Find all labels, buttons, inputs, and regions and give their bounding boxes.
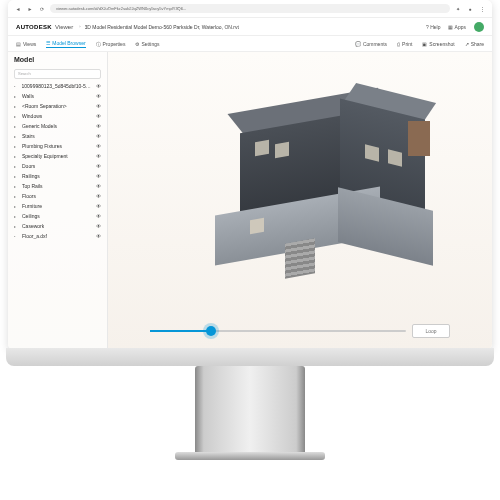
model-browser-panel: Model Search •10099980123_5d845dbf10-560… — [8, 52, 108, 350]
tab-model-browser[interactable]: ☰Model Browser — [46, 40, 85, 48]
visibility-icon[interactable]: 👁 — [96, 143, 101, 149]
monitor-bezel — [6, 348, 494, 366]
stairs — [285, 238, 315, 278]
visibility-icon[interactable]: 👁 — [96, 223, 101, 229]
app-window: ◄ ► ⟳ viewer.autodesk.com/id/dXJuOmFkc2s… — [8, 0, 492, 350]
tree-item-label: 10099980123_5d845dbf10-560-w... — [22, 83, 93, 89]
slider-thumb[interactable] — [206, 326, 216, 336]
chimney — [408, 121, 430, 156]
visibility-icon[interactable]: 👁 — [96, 113, 101, 119]
help-icon: ? — [426, 24, 429, 30]
search-input[interactable]: Search — [14, 69, 101, 79]
slider-track[interactable] — [150, 330, 406, 332]
tree-item-label: Ceilings — [22, 213, 40, 219]
monitor-stand — [195, 366, 305, 456]
visibility-icon[interactable]: 👁 — [96, 233, 101, 239]
loop-button[interactable]: Loop — [412, 324, 450, 338]
tree-item[interactable]: ▸Furniture👁 — [8, 201, 107, 211]
panel-title: Model — [8, 52, 107, 67]
tree-item[interactable]: ▸Railings👁 — [8, 171, 107, 181]
tree-item-label: Plumbing Fixtures — [22, 143, 62, 149]
chevron-right-icon: ▸ — [14, 124, 19, 129]
tree-item-label: Windows — [22, 113, 42, 119]
visibility-icon[interactable]: 👁 — [96, 93, 101, 99]
tree-item-label: Casework — [22, 223, 44, 229]
tree-item[interactable]: ▸Top Rails👁 — [8, 181, 107, 191]
tree-item-label: Furniture — [22, 203, 42, 209]
browser-chrome: ◄ ► ⟳ viewer.autodesk.com/id/dXJuOmFkc2s… — [8, 0, 492, 18]
tree-item[interactable]: •Floor_a.dxf👁 — [8, 231, 107, 241]
tree-item[interactable]: ▸Generic Models👁 — [8, 121, 107, 131]
tree-item[interactable]: ▸Windows👁 — [8, 111, 107, 121]
product-name: Viewer — [55, 24, 73, 30]
tree-icon: ☰ — [46, 40, 50, 46]
print-icon: ⎙ — [397, 41, 400, 47]
visibility-icon[interactable]: 👁 — [96, 83, 101, 89]
tree-item[interactable]: ▸Casework👁 — [8, 221, 107, 231]
tree-item[interactable]: ▸Stairs👁 — [8, 131, 107, 141]
visibility-icon[interactable]: 👁 — [96, 153, 101, 159]
chevron-right-icon: ▸ — [14, 174, 19, 179]
tab-print[interactable]: ⎙Print — [397, 41, 412, 47]
chevron-right-icon: ▸ — [14, 154, 19, 159]
building-model[interactable] — [170, 91, 430, 291]
tab-share[interactable]: ↗Share — [465, 41, 484, 47]
chevron-right-icon: ▸ — [14, 204, 19, 209]
menu-icon[interactable]: ⋮ — [478, 5, 486, 13]
tree-item-label: Railings — [22, 173, 40, 179]
tree-item-label: Floor_a.dxf — [22, 233, 47, 239]
section-slider: Loop — [150, 322, 450, 340]
tree-item[interactable]: •10099980123_5d845dbf10-560-w...👁 — [8, 81, 107, 91]
tree-item-label: Stairs — [22, 133, 35, 139]
chevron-right-icon: ▸ — [14, 94, 19, 99]
visibility-icon[interactable]: 👁 — [96, 213, 101, 219]
tree-item[interactable]: ▸Ceilings👁 — [8, 211, 107, 221]
tree-item[interactable]: ▸Specialty Equipment👁 — [8, 151, 107, 161]
dot-icon: • — [14, 234, 19, 239]
app-titlebar: AUTODESK Viewer › 3D Model Residential M… — [8, 18, 492, 36]
back-icon[interactable]: ◄ — [14, 5, 22, 13]
chevron-right-icon: ▸ — [14, 194, 19, 199]
tree-item-label: Doors — [22, 163, 35, 169]
gear-icon: ⚙ — [135, 41, 139, 47]
tab-comments[interactable]: 💬Comments — [355, 41, 387, 47]
address-bar[interactable]: viewer.autodesk.com/id/dXJuOmFkc2sub2JqZ… — [50, 4, 450, 13]
visibility-icon[interactable]: 👁 — [96, 163, 101, 169]
3d-viewport[interactable]: Loop — [108, 52, 492, 350]
chevron-right-icon: ▸ — [14, 104, 19, 109]
visibility-icon[interactable]: 👁 — [96, 193, 101, 199]
visibility-icon[interactable]: 👁 — [96, 203, 101, 209]
avatar[interactable] — [474, 22, 484, 32]
chevron-right-icon: ▸ — [14, 134, 19, 139]
visibility-icon[interactable]: 👁 — [96, 173, 101, 179]
chevron-right-icon: ▸ — [14, 164, 19, 169]
camera-icon: ▣ — [422, 41, 427, 47]
comment-icon: 💬 — [355, 41, 361, 47]
chevron-right-icon: ▸ — [14, 214, 19, 219]
tab-views[interactable]: ▤Views — [16, 41, 36, 47]
visibility-icon[interactable]: 👁 — [96, 133, 101, 139]
tree-item[interactable]: ▸<Room Separation>👁 — [8, 101, 107, 111]
brand-logo: AUTODESK — [16, 24, 52, 30]
tab-screenshot[interactable]: ▣Screenshot — [422, 41, 454, 47]
visibility-icon[interactable]: 👁 — [96, 123, 101, 129]
reload-icon[interactable]: ⟳ — [38, 5, 46, 13]
tab-properties[interactable]: ⓘProperties — [96, 41, 126, 47]
visibility-icon[interactable]: 👁 — [96, 183, 101, 189]
visibility-icon[interactable]: 👁 — [96, 103, 101, 109]
tree-item[interactable]: ▸Floors👁 — [8, 191, 107, 201]
apps-link[interactable]: ▦ Apps — [448, 24, 466, 30]
help-link[interactable]: ? Help — [426, 24, 440, 30]
tree-item-label: <Room Separation> — [22, 103, 67, 109]
extension-icon[interactable]: ✦ — [454, 5, 462, 13]
tree-item-label: Generic Models — [22, 123, 57, 129]
tree-item[interactable]: ▸Walls👁 — [8, 91, 107, 101]
window — [250, 218, 264, 234]
profile-icon[interactable]: ● — [466, 5, 474, 13]
forward-icon[interactable]: ► — [26, 5, 34, 13]
tree-item[interactable]: ▸Doors👁 — [8, 161, 107, 171]
chevron-right-icon: ▸ — [14, 114, 19, 119]
tab-settings[interactable]: ⚙Settings — [135, 41, 159, 47]
slider-fill — [150, 330, 211, 332]
tree-item[interactable]: ▸Plumbing Fixtures👁 — [8, 141, 107, 151]
